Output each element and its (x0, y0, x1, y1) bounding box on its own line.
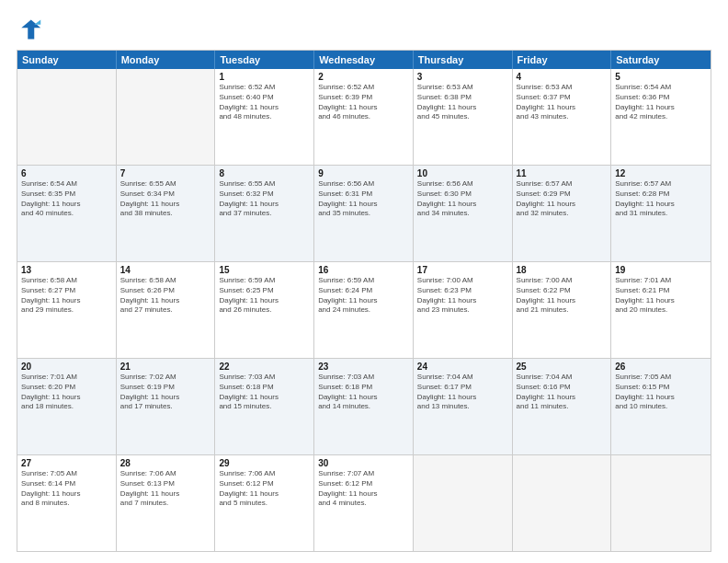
calendar-header-cell: Friday (513, 51, 612, 69)
day-info: Sunrise: 7:03 AM Sunset: 6:18 PM Dayligh… (219, 373, 310, 412)
calendar-header-cell: Thursday (414, 51, 513, 69)
calendar-cell-empty (17, 69, 117, 165)
day-info: Sunrise: 7:04 AM Sunset: 6:17 PM Dayligh… (417, 373, 508, 412)
day-number: 27 (21, 458, 112, 468)
day-number: 10 (417, 168, 508, 178)
day-number: 30 (318, 458, 409, 468)
calendar-header-cell: Monday (117, 51, 216, 69)
day-info: Sunrise: 7:02 AM Sunset: 6:19 PM Dayligh… (120, 373, 211, 412)
day-number: 16 (318, 265, 409, 275)
calendar-cell: 25Sunrise: 7:04 AM Sunset: 6:16 PM Dayli… (513, 359, 612, 454)
day-number: 25 (517, 362, 608, 372)
day-info: Sunrise: 6:55 AM Sunset: 6:34 PM Dayligh… (120, 179, 211, 219)
calendar-cell: 28Sunrise: 7:06 AM Sunset: 6:13 PM Dayli… (117, 455, 216, 551)
day-number: 5 (615, 72, 707, 82)
day-info: Sunrise: 7:05 AM Sunset: 6:15 PM Dayligh… (615, 373, 707, 412)
calendar-cell: 9Sunrise: 6:56 AM Sunset: 6:31 PM Daylig… (314, 166, 414, 261)
day-number: 1 (219, 72, 310, 82)
calendar-cell: 3Sunrise: 6:53 AM Sunset: 6:38 PM Daylig… (414, 69, 513, 165)
calendar-cell: 4Sunrise: 6:53 AM Sunset: 6:37 PM Daylig… (513, 69, 612, 165)
day-info: Sunrise: 6:58 AM Sunset: 6:26 PM Dayligh… (120, 276, 211, 316)
calendar-cell: 12Sunrise: 6:57 AM Sunset: 6:28 PM Dayli… (611, 166, 711, 261)
calendar-cell: 30Sunrise: 7:07 AM Sunset: 6:12 PM Dayli… (314, 455, 414, 551)
calendar-cell: 1Sunrise: 6:52 AM Sunset: 6:40 PM Daylig… (215, 69, 314, 165)
day-info: Sunrise: 6:59 AM Sunset: 6:24 PM Dayligh… (318, 276, 409, 316)
day-info: Sunrise: 7:00 AM Sunset: 6:22 PM Dayligh… (517, 276, 608, 316)
day-info: Sunrise: 7:07 AM Sunset: 6:12 PM Dayligh… (318, 469, 409, 509)
calendar-cell-empty (513, 455, 612, 551)
day-number: 13 (21, 265, 112, 275)
day-info: Sunrise: 7:01 AM Sunset: 6:20 PM Dayligh… (21, 373, 112, 412)
day-number: 11 (517, 168, 608, 178)
logo-icon (17, 17, 42, 42)
day-info: Sunrise: 6:58 AM Sunset: 6:27 PM Dayligh… (21, 276, 112, 316)
day-info: Sunrise: 7:01 AM Sunset: 6:21 PM Dayligh… (615, 276, 707, 316)
day-number: 4 (517, 72, 608, 82)
page: SundayMondayTuesdayWednesdayThursdayFrid… (0, 0, 728, 563)
calendar-cell-empty (611, 455, 711, 551)
calendar-cell: 21Sunrise: 7:02 AM Sunset: 6:19 PM Dayli… (117, 359, 216, 454)
calendar-header-row: SundayMondayTuesdayWednesdayThursdayFrid… (17, 51, 711, 69)
calendar-cell-empty (414, 455, 513, 551)
day-number: 28 (120, 458, 211, 468)
day-number: 20 (21, 362, 112, 372)
calendar-row: 27Sunrise: 7:05 AM Sunset: 6:14 PM Dayli… (17, 455, 711, 551)
day-info: Sunrise: 6:56 AM Sunset: 6:30 PM Dayligh… (417, 179, 508, 219)
day-info: Sunrise: 6:54 AM Sunset: 6:35 PM Dayligh… (21, 179, 112, 219)
calendar-cell: 29Sunrise: 7:06 AM Sunset: 6:12 PM Dayli… (215, 455, 314, 551)
calendar-cell: 17Sunrise: 7:00 AM Sunset: 6:23 PM Dayli… (414, 262, 513, 358)
day-number: 9 (318, 168, 409, 178)
day-info: Sunrise: 6:53 AM Sunset: 6:37 PM Dayligh… (517, 83, 608, 122)
calendar-cell: 15Sunrise: 6:59 AM Sunset: 6:25 PM Dayli… (215, 262, 314, 358)
calendar-cell: 5Sunrise: 6:54 AM Sunset: 6:36 PM Daylig… (611, 69, 711, 165)
day-info: Sunrise: 7:00 AM Sunset: 6:23 PM Dayligh… (417, 276, 508, 316)
calendar-cell: 13Sunrise: 6:58 AM Sunset: 6:27 PM Dayli… (17, 262, 117, 358)
day-number: 8 (219, 168, 310, 178)
day-info: Sunrise: 6:57 AM Sunset: 6:28 PM Dayligh… (615, 179, 707, 219)
calendar-header-cell: Saturday (611, 51, 711, 69)
day-number: 6 (21, 168, 112, 178)
calendar-header-cell: Tuesday (215, 51, 314, 69)
calendar-cell: 22Sunrise: 7:03 AM Sunset: 6:18 PM Dayli… (215, 359, 314, 454)
day-info: Sunrise: 7:06 AM Sunset: 6:13 PM Dayligh… (120, 469, 211, 509)
calendar-cell: 10Sunrise: 6:56 AM Sunset: 6:30 PM Dayli… (414, 166, 513, 261)
calendar-cell: 8Sunrise: 6:55 AM Sunset: 6:32 PM Daylig… (215, 166, 314, 261)
calendar-cell: 26Sunrise: 7:05 AM Sunset: 6:15 PM Dayli… (611, 359, 711, 454)
day-number: 29 (219, 458, 310, 468)
day-info: Sunrise: 6:57 AM Sunset: 6:29 PM Dayligh… (517, 179, 608, 219)
calendar-cell: 11Sunrise: 6:57 AM Sunset: 6:29 PM Dayli… (513, 166, 612, 261)
calendar-body: 1Sunrise: 6:52 AM Sunset: 6:40 PM Daylig… (17, 69, 711, 551)
calendar-cell: 6Sunrise: 6:54 AM Sunset: 6:35 PM Daylig… (17, 166, 117, 261)
calendar-cell: 16Sunrise: 6:59 AM Sunset: 6:24 PM Dayli… (314, 262, 414, 358)
day-info: Sunrise: 6:53 AM Sunset: 6:38 PM Dayligh… (417, 83, 508, 122)
day-info: Sunrise: 7:04 AM Sunset: 6:16 PM Dayligh… (517, 373, 608, 412)
day-number: 21 (120, 362, 211, 372)
calendar-cell-empty (117, 69, 216, 165)
calendar-cell: 20Sunrise: 7:01 AM Sunset: 6:20 PM Dayli… (17, 359, 117, 454)
calendar-cell: 23Sunrise: 7:03 AM Sunset: 6:18 PM Dayli… (314, 359, 414, 454)
day-info: Sunrise: 6:55 AM Sunset: 6:32 PM Dayligh… (219, 179, 310, 219)
day-number: 24 (417, 362, 508, 372)
calendar-cell: 14Sunrise: 6:58 AM Sunset: 6:26 PM Dayli… (117, 262, 216, 358)
day-number: 17 (417, 265, 508, 275)
day-number: 2 (318, 72, 409, 82)
calendar-cell: 24Sunrise: 7:04 AM Sunset: 6:17 PM Dayli… (414, 359, 513, 454)
calendar-row: 13Sunrise: 6:58 AM Sunset: 6:27 PM Dayli… (17, 262, 711, 359)
day-info: Sunrise: 6:54 AM Sunset: 6:36 PM Dayligh… (615, 83, 707, 122)
calendar-cell: 7Sunrise: 6:55 AM Sunset: 6:34 PM Daylig… (117, 166, 216, 261)
day-number: 7 (120, 168, 211, 178)
day-info: Sunrise: 6:59 AM Sunset: 6:25 PM Dayligh… (219, 276, 310, 316)
calendar-cell: 18Sunrise: 7:00 AM Sunset: 6:22 PM Dayli… (513, 262, 612, 358)
day-number: 15 (219, 265, 310, 275)
day-info: Sunrise: 6:52 AM Sunset: 6:39 PM Dayligh… (318, 83, 409, 122)
calendar-cell: 19Sunrise: 7:01 AM Sunset: 6:21 PM Dayli… (611, 262, 711, 358)
calendar-row: 6Sunrise: 6:54 AM Sunset: 6:35 PM Daylig… (17, 166, 711, 262)
day-number: 12 (615, 168, 707, 178)
calendar-cell: 27Sunrise: 7:05 AM Sunset: 6:14 PM Dayli… (17, 455, 117, 551)
day-number: 3 (417, 72, 508, 82)
day-info: Sunrise: 7:03 AM Sunset: 6:18 PM Dayligh… (318, 373, 409, 412)
calendar: SundayMondayTuesdayWednesdayThursdayFrid… (17, 50, 711, 552)
day-info: Sunrise: 7:05 AM Sunset: 6:14 PM Dayligh… (21, 469, 112, 509)
logo (17, 17, 46, 42)
calendar-header-cell: Sunday (17, 51, 117, 69)
